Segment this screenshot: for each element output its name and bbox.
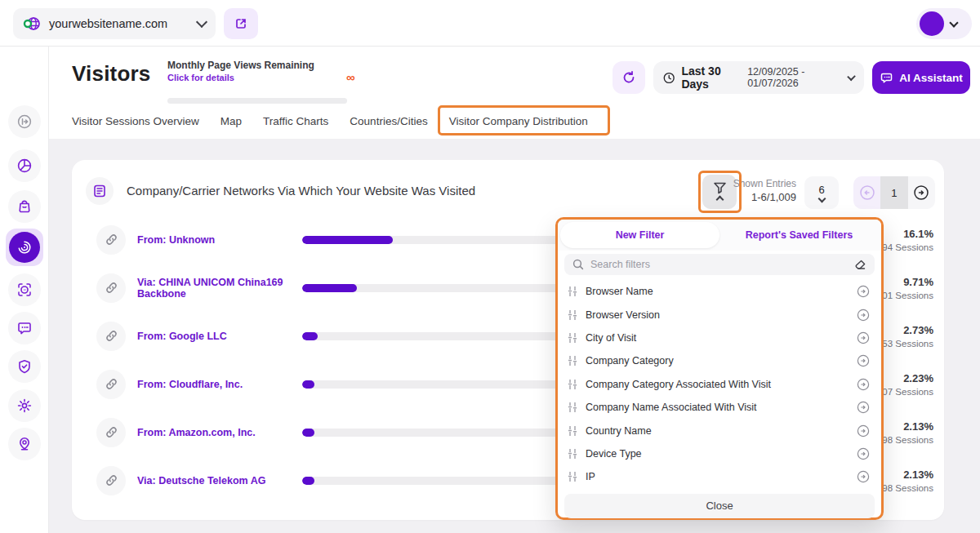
- link-icon: [96, 273, 126, 303]
- ai-assistant-button[interactable]: AI Assistant: [872, 61, 970, 94]
- percent-value: 2.73%: [877, 324, 933, 336]
- arrow-right-circle-icon[interactable]: [857, 378, 870, 391]
- top-bar: yourwebsitename.com: [0, 0, 980, 47]
- privacy-shield-icon[interactable]: [8, 350, 41, 383]
- clock-icon: [663, 71, 675, 85]
- infinity-value: ∞: [346, 70, 355, 84]
- drag-handle-icon[interactable]: [568, 425, 577, 437]
- feedback-chat-icon[interactable]: [8, 312, 41, 344]
- drag-handle-icon[interactable]: [568, 379, 577, 390]
- current-page: 1: [880, 176, 907, 209]
- network-label[interactable]: From: Unknown: [137, 234, 292, 246]
- sessions-value: 198 Sessions: [877, 435, 933, 445]
- refresh-icon: [621, 70, 636, 85]
- tab-countries-cities[interactable]: Countries/Cities: [350, 110, 427, 132]
- row-stats: 2.23% 207 Sessions: [877, 372, 933, 397]
- website-globe-icon: [23, 15, 41, 33]
- arrow-right-circle-icon[interactable]: [857, 401, 870, 414]
- report-tabs: Visitor Sessions Overview Map Traffic Ch…: [72, 110, 588, 132]
- arrow-right-circle-icon[interactable]: [857, 309, 870, 322]
- drag-handle-icon[interactable]: [568, 286, 577, 297]
- link-icon: [96, 466, 126, 495]
- dashboard-pie-icon[interactable]: [8, 149, 41, 182]
- funnel-filter-icon: [713, 182, 727, 194]
- network-label[interactable]: From: Amazon.com, Inc.: [137, 427, 292, 438]
- date-range-label: Last 30 Days: [681, 64, 741, 91]
- refresh-button[interactable]: [612, 61, 645, 94]
- tab-reports-saved-filters[interactable]: Report's Saved Filters: [719, 222, 879, 248]
- arrow-right-circle-icon[interactable]: [857, 470, 870, 483]
- avatar: [920, 11, 944, 36]
- arrow-right-circle-icon[interactable]: [857, 447, 870, 460]
- search-input[interactable]: [590, 259, 848, 270]
- network-label[interactable]: Via: Deutsche Telekom AG: [137, 475, 292, 486]
- filter-item-ip[interactable]: IP: [558, 465, 881, 488]
- network-label[interactable]: From: Google LLC: [137, 331, 292, 342]
- drag-handle-icon[interactable]: [568, 402, 577, 413]
- filter-item-browser-name[interactable]: Browser Name: [558, 280, 881, 303]
- arrow-right-circle-icon[interactable]: [857, 331, 870, 344]
- chevron-down-icon: [847, 72, 856, 81]
- tab-visitor-sessions-overview[interactable]: Visitor Sessions Overview: [72, 110, 199, 132]
- tab-visitor-company-distribution[interactable]: Visitor Company Distribution: [449, 110, 588, 132]
- sessions-value: 253 Sessions: [877, 339, 933, 349]
- row-stats: 9.71% 901 Sessions: [877, 276, 933, 300]
- row-stats: 2.73% 253 Sessions: [877, 324, 933, 349]
- quota-details-link[interactable]: Click for details: [167, 73, 363, 82]
- arrow-right-circle-icon[interactable]: [857, 354, 870, 367]
- row-stats: 2.13% 198 Sessions: [877, 420, 933, 445]
- filter-item-company-name-associated[interactable]: Company Name Associated With Visit: [558, 396, 881, 419]
- filter-item-company-category-associated[interactable]: Company Category Associated With Visit: [558, 373, 881, 396]
- network-label[interactable]: Via: CHINA UNICOM China169 Backbone: [137, 277, 292, 300]
- quota-progress-bar: [167, 98, 347, 104]
- arrow-right-circle-icon[interactable]: [857, 285, 870, 298]
- website-selector[interactable]: yourwebsitename.com: [13, 8, 216, 39]
- visitors-radar-icon: [9, 232, 40, 263]
- network-label[interactable]: From: Cloudflare, Inc.: [137, 379, 292, 390]
- tab-map[interactable]: Map: [220, 110, 242, 132]
- sessions-value: 198 Sessions: [877, 483, 933, 493]
- arrow-right-circle-icon[interactable]: [857, 424, 870, 438]
- eraser-icon[interactable]: [854, 259, 866, 271]
- link-icon: [96, 225, 126, 255]
- page-views-quota: Monthly Page Views Remaining Click for d…: [167, 60, 363, 82]
- filter-item-country-name[interactable]: Country Name: [558, 419, 881, 442]
- close-button[interactable]: Close: [564, 494, 875, 518]
- date-range-picker[interactable]: Last 30 Days 12/09/2025 - 01/07/2026: [653, 61, 864, 94]
- collapse-sidebar-icon[interactable]: [8, 105, 41, 138]
- sidebar: [0, 47, 49, 533]
- open-website-button[interactable]: [224, 8, 258, 39]
- sessions-value: 207 Sessions: [877, 387, 933, 397]
- next-page-button[interactable]: [908, 176, 935, 209]
- drag-handle-icon[interactable]: [568, 332, 577, 344]
- prev-page-button[interactable]: [853, 176, 880, 209]
- ecommerce-bag-icon[interactable]: [8, 190, 41, 223]
- location-pin-icon[interactable]: [8, 428, 41, 460]
- drag-handle-icon[interactable]: [568, 355, 577, 366]
- report-icon-badge: [86, 177, 114, 205]
- chevron-down-icon: [949, 18, 958, 27]
- drag-handle-icon[interactable]: [568, 448, 577, 460]
- filter-item-device-type[interactable]: Device Type: [558, 442, 881, 465]
- filter-item-company-category[interactable]: Company Category: [558, 349, 881, 372]
- settings-gear-icon[interactable]: [8, 389, 41, 422]
- shown-entries-label: Shown Entries: [729, 178, 796, 189]
- drag-handle-icon[interactable]: [568, 309, 577, 321]
- link-icon: [96, 370, 126, 399]
- tab-traffic-charts[interactable]: Traffic Charts: [263, 110, 328, 132]
- user-menu[interactable]: [916, 8, 972, 39]
- link-icon: [96, 418, 126, 447]
- shown-entries-value: 1-6/1,009: [729, 191, 796, 203]
- website-name: yourwebsitename.com: [49, 17, 198, 30]
- filter-item-browser-version[interactable]: Browser Version: [558, 303, 881, 326]
- chevron-up-icon: [715, 195, 724, 203]
- sidebar-item-visitors-active[interactable]: [6, 229, 43, 266]
- drag-handle-icon[interactable]: [568, 471, 577, 482]
- tab-new-filter[interactable]: New Filter: [560, 222, 719, 248]
- page-size-selector[interactable]: 6: [804, 176, 839, 209]
- session-recording-icon[interactable]: [8, 273, 41, 306]
- page-title: Visitors: [72, 61, 151, 87]
- ai-assistant-label: AI Assistant: [899, 72, 963, 84]
- filter-item-city-of-visit[interactable]: City of Visit: [558, 326, 881, 349]
- percent-value: 2.13%: [877, 469, 933, 481]
